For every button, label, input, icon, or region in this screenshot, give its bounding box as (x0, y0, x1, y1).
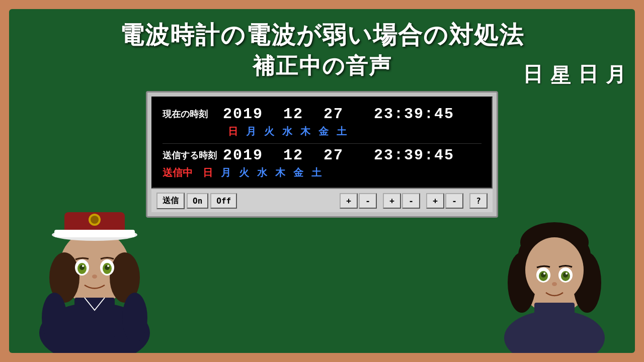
svg-point-16 (82, 265, 84, 267)
svg-point-18 (92, 275, 97, 279)
send-time-row: 送信する時刻 2019 12 27 23:39:45 (163, 147, 481, 164)
svg-point-21 (122, 293, 147, 343)
day2-sat: 土 (311, 166, 321, 179)
svg-rect-7 (54, 230, 135, 237)
svg-point-36 (543, 273, 545, 275)
control-group-2: + - (383, 193, 420, 209)
current-time-label: 現在の時刻 (163, 108, 223, 120)
main-background: 電波時計の電波が弱い場合の対処法 補正中の音声 月日星日 現在の時刻 2019 … (9, 9, 635, 353)
day-tue: 火 (264, 125, 274, 138)
character-right (489, 177, 620, 353)
help-button[interactable]: ? (469, 193, 488, 209)
send-status: 送信中 (163, 166, 193, 179)
on-button[interactable]: On (187, 193, 208, 209)
clock-controls: 送信 On Off + - + - + - ? (151, 190, 493, 212)
svg-point-9 (91, 216, 99, 224)
clock-screen: 現在の時刻 2019 12 27 23:39:45 日 月 火 水 木 金 土 (151, 97, 493, 189)
off-button[interactable]: Off (210, 193, 237, 209)
title-area: 電波時計の電波が弱い場合の対処法 補正中の音声 (120, 19, 524, 81)
svg-rect-39 (534, 303, 575, 340)
days-row-1: 日 月 火 水 木 金 土 (163, 125, 481, 138)
current-time-display: 2019 12 27 23:39:45 (223, 106, 454, 123)
outer-frame: 電波時計の電波が弱い場合の対処法 補正中の音声 月日星日 現在の時刻 2019 … (0, 0, 644, 362)
plus-btn-1[interactable]: + (340, 193, 358, 209)
svg-point-29 (525, 237, 584, 303)
day2-sun: 日 (203, 166, 213, 179)
minus-btn-1[interactable]: - (359, 193, 377, 209)
day-sun: 日 (228, 125, 238, 138)
day2-thu: 木 (275, 166, 285, 179)
day-wed: 水 (282, 125, 292, 138)
plus-btn-3[interactable]: + (426, 193, 444, 209)
day2-mon: 月 (221, 166, 231, 179)
day-fri: 金 (318, 125, 329, 138)
minus-btn-3[interactable]: - (445, 193, 463, 209)
title-line1: 電波時計の電波が弱い場合の対処法 (120, 19, 524, 51)
svg-point-38 (552, 282, 557, 286)
current-time-row: 現在の時刻 2019 12 27 23:39:45 (163, 106, 481, 123)
minus-btn-2[interactable]: - (402, 193, 420, 209)
svg-rect-19 (74, 298, 115, 338)
day2-fri: 金 (293, 166, 303, 179)
day-thu: 木 (300, 125, 310, 138)
clock-device: 現在の時刻 2019 12 27 23:39:45 日 月 火 水 木 金 土 (146, 91, 498, 218)
svg-point-17 (107, 265, 109, 267)
day2-tue: 火 (239, 166, 249, 179)
day2-wed: 水 (257, 166, 267, 179)
control-group-3: + - (426, 193, 463, 209)
character-left (24, 162, 165, 353)
send-time-display: 2019 12 27 23:39:45 (223, 147, 454, 164)
svg-point-37 (566, 273, 568, 275)
svg-point-20 (42, 293, 67, 343)
day-sat: 土 (337, 125, 347, 138)
send-time-label: 送信する時刻 (163, 149, 223, 161)
plus-btn-2[interactable]: + (383, 193, 401, 209)
title-line2: 補正中の音声 (120, 51, 524, 81)
day-mon: 月 (246, 125, 256, 138)
control-group-1: + - (340, 193, 377, 209)
